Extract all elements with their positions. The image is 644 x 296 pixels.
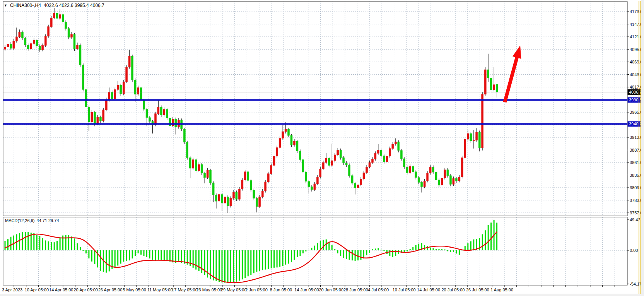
candle-body [334, 155, 336, 161]
candle-body [82, 65, 84, 90]
candle-body [380, 150, 382, 156]
candle-body [493, 85, 495, 90]
macd-bar [352, 250, 353, 260]
candle-body [30, 44, 32, 49]
trading-chart-window: 4173.04147.04121.04095.04069.04043.04017… [0, 0, 644, 296]
candle-body [21, 32, 23, 38]
candle-body [453, 178, 454, 184]
macd-bar [138, 250, 139, 253]
macd-bar [482, 234, 483, 250]
candle-body [230, 198, 232, 206]
macd-bar [80, 247, 81, 250]
macd-bar [424, 245, 425, 250]
candle-body [7, 44, 9, 47]
candle-body [325, 158, 327, 163]
candle-body [77, 45, 79, 49]
candle-body [331, 161, 333, 166]
macd-bar [10, 237, 12, 250]
macd-bar [233, 250, 234, 282]
macd-bar [467, 243, 468, 250]
candle-body [73, 34, 75, 49]
macd-bar [244, 250, 246, 278]
candle-body [250, 180, 252, 190]
macd-bar [166, 250, 167, 261]
macd-bar [126, 250, 127, 261]
macd-bar [465, 246, 466, 250]
ohlc-values: 4022.6 4022.6 3995.4 4006.7 [44, 3, 104, 8]
macd-bar [357, 250, 359, 260]
candle-body [374, 153, 376, 159]
candle-body [117, 85, 119, 89]
macd-bar [366, 250, 367, 255]
candle-body [267, 174, 269, 182]
macd-bar [227, 250, 229, 283]
candle-body [464, 139, 466, 158]
macd-bar [404, 250, 405, 252]
candle-body [294, 141, 296, 145]
level-line[interactable] [3, 123, 627, 125]
candle-body [111, 92, 113, 99]
symbol-period-label: CHINA300-,H4 [10, 3, 41, 8]
macd-bar [259, 250, 260, 271]
macd-bar [132, 250, 133, 258]
macd-bar [161, 250, 162, 260]
candle-body [244, 172, 246, 180]
macd-bar [363, 250, 364, 258]
macd-bar [294, 250, 295, 260]
candle-body [175, 119, 177, 127]
macd-bar [334, 249, 335, 250]
time-axis-label: 20 Jun 05:00 [319, 287, 344, 292]
macd-bar [236, 250, 237, 282]
macd-bar [412, 247, 413, 250]
window-top-edge [0, 1, 644, 1]
macd-bar [120, 250, 121, 263]
candle-body [65, 22, 67, 29]
macd-bar [224, 250, 225, 283]
candle-body [415, 172, 417, 178]
macd-bar [71, 236, 72, 250]
macd-bar [239, 250, 240, 281]
macd-bar [230, 250, 231, 283]
macd-bar [427, 246, 428, 250]
macd-bar [447, 250, 448, 251]
level-line[interactable] [3, 99, 627, 101]
time-axis-label: 5 May 05:00 [123, 287, 146, 292]
window-resize-grip-inner [640, 1, 641, 294]
chart-svg[interactable]: 4173.04147.04121.04095.04069.04043.04017… [0, 0, 644, 296]
macd-bar [45, 240, 46, 250]
candle-body [305, 172, 307, 181]
candle-body [50, 18, 52, 27]
candle-body [236, 192, 237, 199]
candle-body [114, 89, 116, 99]
candle-body [392, 144, 394, 149]
chart-background [0, 0, 644, 296]
window-bottom-strip [0, 294, 644, 296]
time-axis-label: 23 May 05:00 [196, 287, 222, 292]
macd-bar [375, 248, 376, 250]
macd-bar [277, 250, 278, 267]
window-resize-grip[interactable] [639, 1, 639, 294]
symbol-dropdown-icon[interactable]: ▼ [4, 3, 7, 7]
candle-body [441, 178, 443, 185]
candle-body [484, 70, 486, 94]
candle-body [227, 197, 229, 206]
macd-bar [271, 250, 272, 268]
time-axis-label: 29 May 05:00 [221, 287, 247, 292]
macd-bar [42, 238, 43, 250]
candle-body [308, 181, 310, 187]
macd-bar [109, 250, 110, 271]
time-axis-label: 20 Jul 05:00 [442, 287, 465, 292]
candle-body [241, 180, 243, 189]
candle-body [343, 158, 345, 163]
candle-body [132, 56, 133, 80]
macd-bar [36, 235, 38, 250]
candle-body [400, 151, 402, 159]
candle-body [276, 147, 278, 156]
candle-body [189, 158, 191, 169]
candle-body [427, 173, 429, 181]
window-right-gutter [641, 0, 644, 296]
candle-body [120, 85, 122, 94]
macd-bar [117, 250, 118, 265]
candle-body [273, 156, 275, 166]
chart-canvas[interactable]: 4173.04147.04121.04095.04069.04043.04017… [0, 0, 644, 296]
